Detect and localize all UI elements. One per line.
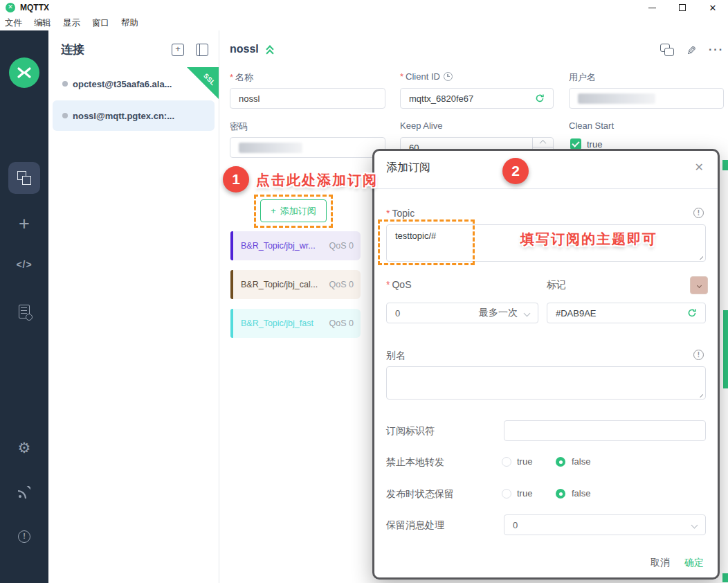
- collapse-form-icon[interactable]: [266, 46, 275, 55]
- subscription-item[interactable]: B&R_Topic/jbj_fast QoS 0: [230, 309, 361, 338]
- connection-status-dot: [62, 113, 68, 118]
- menu-view[interactable]: 显示: [63, 17, 80, 29]
- collapse-panel-icon[interactable]: [196, 44, 208, 56]
- subscription-identifier-input[interactable]: [504, 420, 706, 441]
- connection-item-opctest[interactable]: opctest@t35aafa6.ala... SSL: [48, 69, 219, 99]
- alias-textarea[interactable]: [386, 366, 706, 400]
- refresh-color-icon[interactable]: [687, 308, 697, 318]
- subscription-item[interactable]: B&R_Topic/jbj_cal... QoS 0: [230, 270, 361, 299]
- retain-true-label[interactable]: true: [517, 488, 532, 499]
- topic-field-label: *Topic: [386, 208, 415, 219]
- retain-false-radio[interactable]: [556, 489, 565, 499]
- menu-window[interactable]: 窗口: [92, 17, 109, 29]
- no-local-true-label[interactable]: true: [517, 456, 532, 467]
- refresh-client-id-icon[interactable]: [535, 93, 545, 103]
- clean-start-checkbox[interactable]: [570, 138, 581, 150]
- menu-help[interactable]: 帮助: [121, 17, 138, 29]
- maximize-icon: [679, 4, 686, 11]
- mark-color-input[interactable]: #DAB9AE: [547, 303, 706, 323]
- name-input[interactable]: [230, 88, 385, 109]
- menu-file[interactable]: 文件: [5, 17, 22, 29]
- rail-broadcast-button[interactable]: [0, 486, 48, 499]
- mqttx-window: MQTTX ✕ 文件 编辑 显示 窗口 帮助 + </> ⚙ ! 连接: [0, 0, 728, 583]
- client-id-input[interactable]: [400, 88, 554, 109]
- no-local-false-radio[interactable]: [556, 457, 565, 467]
- minimize-button[interactable]: [637, 0, 667, 15]
- connection-item-nossl[interactable]: nossl@mqtt.pgtex.cn:...: [53, 100, 215, 131]
- qos-text: 最多一次: [479, 307, 518, 319]
- topic-color-bar: [230, 309, 233, 338]
- step-1-badge: 1: [223, 166, 249, 192]
- retain-handling-value: 0: [513, 520, 518, 530]
- close-window-button[interactable]: ✕: [698, 0, 728, 15]
- left-rail: + </> ⚙ !: [0, 30, 48, 583]
- step-2-annotation: 填写订阅的主题即可: [520, 230, 657, 249]
- dialog-divider: [374, 188, 718, 189]
- no-local-label: 禁止本地转发: [386, 456, 444, 469]
- rail-settings-button[interactable]: ⚙: [0, 440, 48, 455]
- close-icon: ✕: [709, 3, 717, 12]
- step-2-highlight-box: [378, 219, 475, 265]
- spinner-up-icon[interactable]: [533, 138, 553, 147]
- menubar: 文件 编辑 显示 窗口 帮助: [0, 15, 728, 30]
- new-connection-icon[interactable]: [172, 44, 184, 56]
- window-controls: ✕: [637, 0, 728, 15]
- rail-log-button[interactable]: [0, 305, 48, 319]
- mqttx-logo: [9, 57, 39, 88]
- rail-about-button[interactable]: !: [0, 530, 48, 543]
- username-input[interactable]: [569, 88, 724, 109]
- menu-edit[interactable]: 编辑: [34, 17, 51, 29]
- redacted-password-value: [239, 143, 302, 153]
- edit-pencil-icon[interactable]: ✎: [686, 44, 696, 58]
- dialog-title: 添加订阅: [386, 161, 430, 175]
- rail-new-connection-button[interactable]: +: [0, 215, 48, 233]
- subscription-item[interactable]: B&R_Topic/jbj_wr... QoS 0: [230, 231, 361, 260]
- clock-icon: [444, 72, 453, 81]
- qos-value: 0: [395, 308, 400, 319]
- topic-label: B&R_Topic/jbj_cal...: [241, 280, 318, 289]
- chevron-down-icon: [524, 310, 531, 316]
- titlebar: MQTTX ✕: [0, 0, 728, 15]
- color-swatch-button[interactable]: [690, 276, 708, 294]
- ssl-badge: SSL: [187, 67, 219, 99]
- topic-color-bar: [230, 270, 233, 299]
- retain-true-radio[interactable]: [502, 489, 511, 499]
- name-label: *名称: [230, 71, 253, 84]
- password-label: 密码: [230, 120, 248, 133]
- chevron-down-icon: [696, 282, 701, 287]
- app-logo-icon: [6, 3, 15, 12]
- chevron-down-icon: [691, 521, 698, 528]
- step-2-badge: 2: [502, 158, 529, 184]
- subscription-identifier-label: 订阅标识符: [386, 425, 435, 438]
- alias-info-icon[interactable]: !: [693, 350, 704, 360]
- form-title: nossl: [230, 43, 259, 55]
- rail-script-button[interactable]: </>: [0, 259, 48, 270]
- retain-false-label[interactable]: false: [572, 488, 590, 499]
- maximize-button[interactable]: [667, 0, 698, 15]
- no-local-true-radio[interactable]: [502, 457, 511, 467]
- plus-icon: +: [19, 215, 30, 233]
- broadcast-icon: [18, 486, 30, 499]
- qos-select[interactable]: 0 最多一次: [386, 303, 538, 323]
- topic-color-bar: [230, 231, 233, 260]
- redacted-username-value: [578, 93, 655, 104]
- cancel-button[interactable]: 取消: [650, 557, 670, 569]
- more-options-icon[interactable]: ···: [709, 44, 724, 56]
- app-title: MQTTX: [20, 3, 49, 12]
- password-input[interactable]: [230, 137, 385, 158]
- rail-connections-button[interactable]: [8, 162, 40, 194]
- topic-qos: QoS 0: [329, 241, 354, 251]
- no-local-false-label[interactable]: false: [572, 456, 590, 467]
- confirm-button[interactable]: 确定: [684, 557, 704, 569]
- topic-info-icon[interactable]: !: [693, 208, 704, 218]
- clean-start-value: true: [587, 139, 602, 150]
- retain-handling-select[interactable]: 0: [504, 514, 706, 535]
- topic-label: B&R_Topic/jbj_wr...: [241, 241, 316, 251]
- hidden-green-button-sliver: [723, 310, 728, 388]
- messages-icon[interactable]: [660, 44, 674, 56]
- step-1-highlight-box: [254, 195, 333, 228]
- mark-color-value: #DAB9AE: [556, 308, 597, 319]
- retain-as-published-label: 发布时状态保留: [386, 488, 454, 501]
- connections-icon: [17, 171, 31, 185]
- dialog-close-icon[interactable]: ✕: [695, 161, 704, 174]
